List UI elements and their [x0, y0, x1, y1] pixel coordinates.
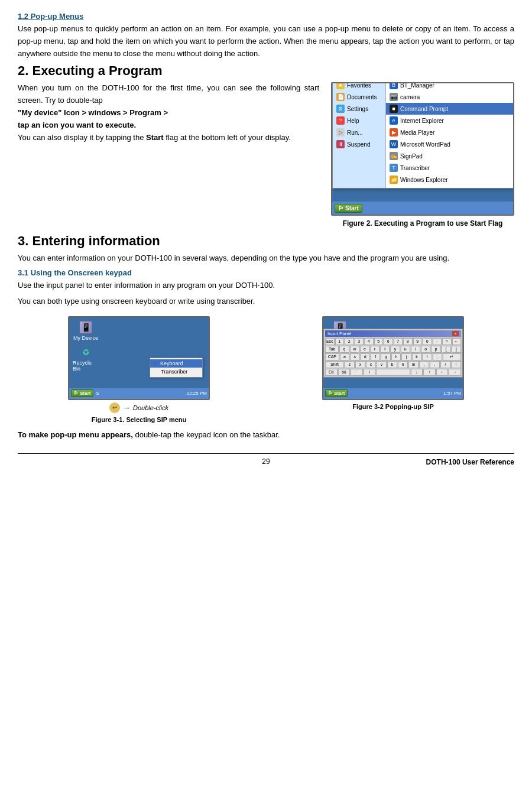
- key-e[interactable]: e: [360, 346, 369, 353]
- key-right[interactable]: →: [449, 369, 461, 376]
- key-q[interactable]: q: [339, 346, 349, 353]
- key-g[interactable]: g: [381, 353, 390, 360]
- mediaplayer-icon: ▶: [390, 128, 398, 137]
- desktop-sm-left-body: 📱 My Device ♻ Recycle Bin ✓ Keyboard: [69, 317, 209, 388]
- checkmark-icon: ✓: [154, 360, 158, 366]
- popup-menus-text: Use pop-up menus to quickly perform an a…: [18, 23, 514, 60]
- key-5[interactable]: 5: [374, 338, 384, 345]
- key-6[interactable]: 6: [384, 338, 393, 345]
- menu-item-mediaplayer[interactable]: ▶ Media Player: [386, 126, 514, 138]
- menu-item-signpad[interactable]: ✍ SignPad: [386, 150, 514, 162]
- key-u[interactable]: u: [401, 346, 410, 353]
- key-1[interactable]: 1: [335, 338, 345, 345]
- key-i[interactable]: i: [411, 346, 420, 353]
- menu-item-winexplorer[interactable]: 📁 Windows Explorer: [386, 174, 514, 186]
- key-minus[interactable]: -: [433, 338, 442, 345]
- menu-run[interactable]: ▷ Run...: [333, 126, 385, 138]
- menu-item-cmdprompt[interactable]: ■ Command Prompt: [386, 103, 514, 115]
- start-btn-sm-right[interactable]: 🏳 Start: [325, 389, 348, 397]
- sip-keyboard-item[interactable]: ✓ Keyboard: [150, 359, 202, 368]
- section2-text4: flag at the bottom left of your display.: [166, 133, 291, 142]
- menu-item-bt[interactable]: B BT_Manager: [386, 82, 514, 91]
- figure31-block: 📱 My Device ♻ Recycle Bin ✓ Keyboard: [18, 316, 260, 423]
- key-9[interactable]: 9: [413, 338, 423, 345]
- menu-item-wordpad[interactable]: W Microsoft WordPad: [386, 138, 514, 150]
- key-z[interactable]: z: [345, 361, 355, 368]
- start-button[interactable]: 🏳 Start: [335, 204, 362, 213]
- key-semicolon[interactable]: ;: [433, 353, 442, 360]
- key-m[interactable]: m: [408, 361, 419, 368]
- key-lbracket[interactable]: [: [442, 346, 451, 353]
- key-2[interactable]: 2: [345, 338, 354, 345]
- key-3[interactable]: 3: [355, 338, 364, 345]
- key-l[interactable]: l: [422, 353, 432, 360]
- key-x[interactable]: x: [355, 361, 365, 368]
- key-7[interactable]: 7: [394, 338, 403, 345]
- key-comma[interactable]: ,: [419, 361, 429, 368]
- key-enter[interactable]: ↵: [443, 353, 461, 360]
- key-space[interactable]: [376, 369, 410, 376]
- key-t[interactable]: t: [380, 346, 390, 353]
- section2-text: When you turn on the DOTH-100 for the fi…: [18, 82, 319, 228]
- key-period[interactable]: .: [430, 361, 440, 368]
- favorites-dot: ★: [336, 82, 345, 89]
- key-4[interactable]: 4: [364, 338, 374, 345]
- menu-item-ie[interactable]: e Internet Explorer: [386, 115, 514, 126]
- sm-recyclebin-icon[interactable]: ♻ Recycle Bin: [73, 346, 99, 372]
- menu-settings[interactable]: ⚙ Settings: [333, 103, 385, 115]
- key-b[interactable]: b: [387, 361, 397, 368]
- menu-help[interactable]: ? Help: [333, 115, 385, 126]
- sm-mydevice-icon[interactable]: 📱 My Device: [73, 321, 99, 341]
- key-up[interactable]: ↑: [451, 361, 461, 368]
- key-f[interactable]: f: [371, 353, 380, 360]
- key-s[interactable]: s: [350, 353, 359, 360]
- sip-transcriber-item[interactable]: Transcriber: [150, 368, 202, 376]
- key-esc[interactable]: Esc: [325, 338, 335, 345]
- key-backspace[interactable]: ←: [452, 338, 462, 345]
- key-left[interactable]: ←: [436, 369, 449, 376]
- menu-favorites[interactable]: ★ Favorites: [333, 82, 385, 91]
- taskbar-sm-right-time: 1:57 PM: [443, 391, 461, 396]
- popup-menus-heading: 1.2 Pop-up Menus: [18, 12, 514, 21]
- footer-brand: DOTH-100 User Reference: [426, 458, 514, 466]
- key-v[interactable]: v: [377, 361, 387, 368]
- key-up2[interactable]: ↑: [423, 369, 436, 376]
- key-r[interactable]: r: [370, 346, 379, 353]
- menu-item-transcriber[interactable]: T Transcriber: [386, 162, 514, 174]
- key-c[interactable]: c: [366, 361, 376, 368]
- key-auml[interactable]: äü: [338, 369, 351, 376]
- desktop-screenshot: 📱 My Device ♻ Recycle Bin P Programs: [331, 82, 514, 216]
- key-n[interactable]: n: [398, 361, 408, 368]
- figure32-block: 📱 My Device ♻ Recycle Bin Input Panel ×: [272, 316, 514, 423]
- key-k[interactable]: k: [412, 353, 421, 360]
- key-ctrl[interactable]: Ctl: [325, 369, 338, 376]
- key-w[interactable]: w: [350, 346, 359, 353]
- signpad-icon: ✍: [390, 152, 398, 160]
- menu-suspend[interactable]: ⏸ Suspend: [333, 138, 385, 150]
- key-o[interactable]: o: [421, 346, 430, 353]
- key-p[interactable]: p: [431, 346, 440, 353]
- key-equals[interactable]: =: [442, 338, 452, 345]
- settings-dot: ⚙: [336, 105, 345, 113]
- key-rbracket[interactable]: ]: [452, 346, 461, 353]
- key-tab[interactable]: Tab: [325, 346, 339, 353]
- key-8[interactable]: 8: [403, 338, 413, 345]
- menu-documents[interactable]: 📄 Documents: [333, 91, 385, 103]
- key-d[interactable]: d: [361, 353, 370, 360]
- key-j[interactable]: j: [401, 353, 411, 360]
- input-panel-close[interactable]: ×: [452, 331, 459, 336]
- start-btn-sm-left[interactable]: 🏳 Start: [71, 389, 93, 397]
- key-h[interactable]: h: [391, 353, 401, 360]
- key-backslash[interactable]: \: [364, 369, 376, 376]
- key-0[interactable]: 0: [423, 338, 432, 345]
- figure31-caption: Figure 3-1. Selecting SIP menu: [92, 416, 187, 423]
- key-backtick[interactable]: `: [351, 369, 363, 376]
- key-y[interactable]: y: [390, 346, 400, 353]
- sm-recyclebin-label: Recycle Bin: [73, 360, 99, 372]
- key-down[interactable]: ↓: [411, 369, 423, 376]
- key-a[interactable]: a: [340, 353, 349, 360]
- key-shift[interactable]: Shift: [325, 361, 344, 368]
- key-slash[interactable]: /: [440, 361, 450, 368]
- key-cap[interactable]: CAP: [325, 353, 339, 360]
- menu-item-camera[interactable]: 📷 camera: [386, 91, 514, 103]
